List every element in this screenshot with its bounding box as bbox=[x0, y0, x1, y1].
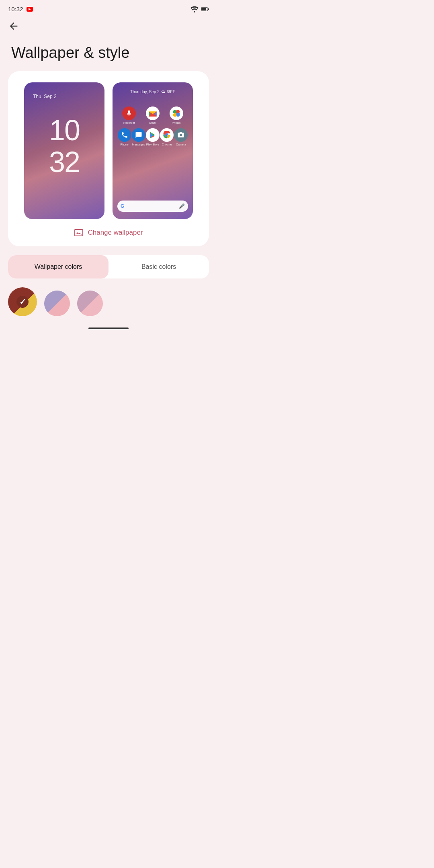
app-row-2: Phone Messages bbox=[117, 128, 188, 146]
google-g-logo: G bbox=[121, 203, 124, 209]
tab-basic-colors-label: Basic colors bbox=[141, 263, 176, 270]
messages-label: Messages bbox=[132, 143, 145, 146]
svg-point-0 bbox=[194, 11, 195, 12]
battery-icon bbox=[201, 6, 209, 12]
photos-label: Photos bbox=[172, 121, 181, 124]
swatch-1-circle: ✓ bbox=[8, 287, 37, 316]
app-camera: Camera bbox=[174, 128, 188, 146]
swatch-2[interactable] bbox=[44, 291, 70, 316]
home-date-bar: Thursday, Sep 2 🌤 69°F bbox=[113, 90, 193, 94]
messages-icon bbox=[132, 128, 145, 142]
app-row-1: Recorder Gmail bbox=[117, 106, 188, 124]
color-tabs: Wallpaper colors Basic colors bbox=[8, 255, 209, 278]
home-temp: 69°F bbox=[167, 90, 175, 94]
app-photos: Photos bbox=[169, 106, 184, 124]
playstore-icon bbox=[146, 128, 160, 142]
tab-wallpaper-colors-label: Wallpaper colors bbox=[35, 263, 82, 270]
change-wallpaper-label: Change wallpaper bbox=[88, 229, 143, 237]
swatch-1-checkmark: ✓ bbox=[16, 296, 29, 308]
status-time: 10:32 bbox=[8, 6, 23, 12]
playstore-label: Play Store bbox=[146, 143, 159, 146]
gmail-icon bbox=[146, 106, 160, 120]
bottom-nav-indicator bbox=[88, 328, 129, 329]
status-bar: 10:32 bbox=[0, 0, 217, 16]
color-swatches-row: ✓ bbox=[0, 278, 217, 320]
color-tabs-section: Wallpaper colors Basic colors bbox=[8, 255, 209, 278]
app-messages: Messages bbox=[131, 128, 145, 146]
photos-icon bbox=[170, 106, 183, 120]
wallpaper-card: Thu, Sep 2 10 32 Thursday, Sep 2 🌤 69°F bbox=[8, 71, 209, 246]
recorder-icon bbox=[122, 106, 136, 120]
app-recorder: Recorder bbox=[122, 106, 136, 124]
swatch-2-circle bbox=[44, 291, 70, 316]
app-gmail: Gmail bbox=[145, 106, 160, 124]
swatch-3-circle bbox=[77, 291, 103, 316]
app-grid: Recorder Gmail bbox=[117, 106, 188, 150]
lock-screen-preview[interactable]: Thu, Sep 2 10 32 bbox=[24, 82, 104, 219]
change-wallpaper-button[interactable]: Change wallpaper bbox=[19, 228, 198, 237]
app-phone: Phone bbox=[117, 128, 131, 146]
app-chrome: Chrome bbox=[160, 128, 174, 146]
clock-hour: 10 bbox=[24, 115, 104, 146]
svg-rect-3 bbox=[208, 8, 209, 10]
tab-wallpaper-colors[interactable]: Wallpaper colors bbox=[8, 255, 108, 278]
page-title: Wallpaper & style bbox=[0, 37, 217, 71]
home-search-bar[interactable]: G 🎤 bbox=[117, 201, 188, 212]
swatch-1[interactable]: ✓ bbox=[8, 287, 37, 316]
home-screen-preview[interactable]: Thursday, Sep 2 🌤 69°F Recorder bbox=[113, 82, 193, 219]
tab-basic-colors[interactable]: Basic colors bbox=[108, 255, 209, 278]
svg-rect-2 bbox=[201, 8, 206, 10]
recorder-label: Recorder bbox=[123, 121, 135, 124]
phone-icon bbox=[118, 128, 131, 142]
clock-minute: 32 bbox=[24, 146, 104, 178]
camera-icon bbox=[174, 128, 188, 142]
youtube-icon bbox=[27, 7, 33, 12]
lock-date: Thu, Sep 2 bbox=[33, 94, 57, 99]
lock-clock: 10 32 bbox=[24, 115, 104, 178]
swatch-3[interactable] bbox=[77, 291, 103, 316]
mic-icon: 🎤 bbox=[179, 203, 185, 209]
chrome-label: Chrome bbox=[162, 143, 172, 146]
camera-label: Camera bbox=[176, 143, 186, 146]
chrome-icon bbox=[160, 128, 174, 142]
app-playstore: Play Store bbox=[145, 128, 160, 146]
wifi-icon bbox=[190, 6, 199, 12]
sun-icon: 🌤 bbox=[161, 90, 165, 94]
status-icons bbox=[190, 6, 209, 12]
home-date-text: Thursday, Sep 2 bbox=[130, 90, 160, 94]
back-button[interactable] bbox=[0, 16, 217, 37]
phone-label: Phone bbox=[120, 143, 128, 146]
change-wallpaper-icon bbox=[74, 228, 84, 237]
gmail-label: Gmail bbox=[149, 121, 156, 124]
preview-row: Thu, Sep 2 10 32 Thursday, Sep 2 🌤 69°F bbox=[19, 82, 198, 219]
